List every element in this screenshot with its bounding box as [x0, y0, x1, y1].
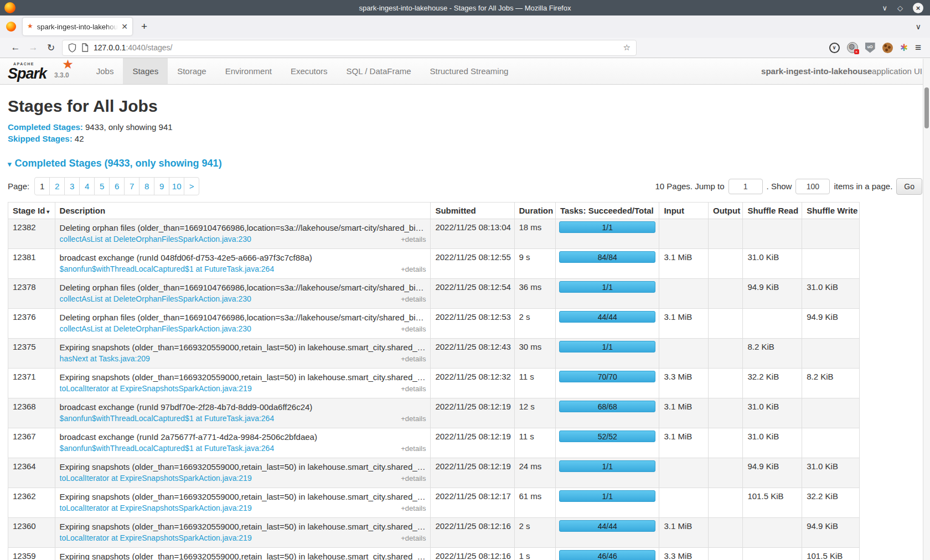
stage-row-12368: 12368broadcast exchange (runId 97bdf70e-…	[8, 398, 860, 428]
description-cell: Expiring snapshots (older_than=166932055…	[55, 339, 431, 369]
column-header-input[interactable]: Input	[659, 203, 709, 219]
reload-button[interactable]: ↻	[42, 42, 60, 54]
stage-detail-link[interactable]: hasNext at Tasks.java:209	[60, 353, 150, 364]
details-toggle[interactable]: +details	[395, 443, 426, 454]
details-toggle[interactable]: +details	[395, 533, 426, 544]
extension-icon[interactable]: ×	[847, 42, 858, 53]
close-window-button[interactable]: ×	[913, 3, 923, 13]
cookie-extension-icon[interactable]	[882, 43, 893, 53]
close-tab-icon[interactable]: ✕	[121, 22, 128, 31]
description-cell: Expiring snapshots (older_than=166932055…	[55, 548, 431, 560]
output-cell	[709, 369, 743, 398]
jump-to-page-input[interactable]	[728, 179, 763, 194]
page-button-5[interactable]: 5	[94, 177, 110, 195]
stage-detail-link[interactable]: $anonfun$withThreadLocalCaptured$1 at Fu…	[60, 413, 275, 424]
nav-item-sql-dataframe[interactable]: SQL / DataFrame	[337, 58, 421, 84]
column-header-output[interactable]: Output	[709, 203, 743, 219]
column-header-tasks-succeeded-total[interactable]: Tasks: Succeeded/Total	[556, 203, 659, 219]
site-info-icon[interactable]	[81, 43, 89, 52]
description-cell: broadcast exchange (runId 048fd06f-d753-…	[55, 249, 431, 279]
next-page-button[interactable]: >	[184, 177, 199, 195]
column-header-shuffle-read[interactable]: Shuffle Read	[743, 203, 802, 219]
page-button-6[interactable]: 6	[109, 177, 125, 195]
page-button-3[interactable]: 3	[64, 177, 80, 195]
list-all-tabs-icon[interactable]: ∨	[916, 22, 921, 31]
tasks-progress-bar: 1/1	[559, 490, 655, 502]
details-toggle[interactable]: +details	[395, 324, 426, 335]
stage-detail-link[interactable]: collectAsList at DeleteOrphanFilesSparkA…	[60, 234, 251, 245]
page-button-7[interactable]: 7	[124, 177, 140, 195]
description-cell: Expiring snapshots (older_than=166932055…	[55, 488, 431, 518]
column-header-shuffle-write[interactable]: Shuffle Write	[802, 203, 860, 219]
column-header-stage-id[interactable]: Stage Id ▾	[8, 203, 55, 219]
page-button-1[interactable]: 1	[34, 177, 50, 195]
page-button-10[interactable]: 10	[169, 177, 184, 195]
menu-hamburger-icon[interactable]: ≡	[915, 42, 921, 54]
column-header-submitted[interactable]: Submitted	[431, 203, 514, 219]
nav-item-stages[interactable]: Stages	[123, 58, 168, 84]
column-header-duration[interactable]: Duration	[514, 203, 556, 219]
spark-star-icon: ★	[62, 57, 74, 72]
page-button-8[interactable]: 8	[139, 177, 154, 195]
page-scrollbar[interactable]	[923, 59, 930, 560]
stage-detail-link[interactable]: toLocalIterator at ExpireSnapshotsSparkA…	[60, 502, 252, 514]
shield-permissions-icon[interactable]	[68, 43, 76, 53]
submitted-cell: 2022/11/25 08:12:55	[431, 249, 514, 279]
details-toggle[interactable]: +details	[395, 503, 426, 514]
go-button[interactable]: Go	[896, 178, 922, 195]
application-name: spark-ingest-into-lakehouse	[761, 66, 872, 76]
stage-detail-link[interactable]: toLocalIterator at ExpireSnapshotsSparkA…	[60, 383, 252, 394]
back-button[interactable]: ←	[7, 42, 24, 53]
browser-tab[interactable]: ★ spark-ingest-into-lakehous ✕	[23, 18, 132, 35]
completed-stages-section-header[interactable]: ▾Completed Stages (9433, only showing 94…	[8, 158, 922, 169]
submitted-cell: 2022/11/25 08:12:19	[431, 398, 514, 428]
details-toggle[interactable]: +details	[395, 264, 426, 275]
maximize-button[interactable]: ◇	[897, 4, 903, 12]
tab-bar: ★ spark-ingest-into-lakehous ✕ + ∨	[0, 15, 930, 38]
ublock-shield-icon[interactable]: uO	[865, 43, 875, 53]
input-cell	[659, 279, 709, 309]
description-cell: broadcast exchange (runId 2a75677f-a771-…	[55, 428, 431, 458]
stage-detail-link[interactable]: collectAsList at DeleteOrphanFilesSparkA…	[60, 323, 251, 334]
stage-detail-link[interactable]: $anonfun$withThreadLocalCaptured$1 at Fu…	[60, 443, 275, 454]
items-per-page-input[interactable]	[795, 179, 830, 194]
duration-cell: 30 ms	[514, 339, 556, 369]
page-button-4[interactable]: 4	[79, 177, 95, 195]
sync-asterisk-icon[interactable]: ✱	[900, 42, 908, 54]
scrollbar-thumb[interactable]	[924, 87, 929, 128]
forward-button[interactable]: →	[24, 42, 42, 53]
column-header-description[interactable]: Description	[55, 203, 431, 219]
shuffle-read-cell: 94.9 KiB	[743, 458, 802, 488]
details-toggle[interactable]: +details	[395, 294, 426, 305]
minimize-button[interactable]: ∨	[882, 4, 887, 12]
stages-table-body: 12382Deleting orphan files (older_than=1…	[8, 219, 860, 560]
pocket-icon[interactable]: ∨	[829, 43, 840, 53]
details-toggle[interactable]: +details	[395, 383, 426, 395]
stage-id-cell: 12367	[8, 428, 55, 458]
stage-detail-link[interactable]: $anonfun$withThreadLocalCaptured$1 at Fu…	[60, 263, 275, 274]
new-tab-button[interactable]: +	[141, 20, 147, 33]
page-button-2[interactable]: 2	[49, 177, 65, 195]
stage-id-cell: 12364	[8, 458, 55, 488]
details-toggle[interactable]: +details	[395, 354, 426, 365]
nav-item-environment[interactable]: Environment	[216, 58, 281, 84]
input-cell: 3.3 MiB	[659, 369, 709, 398]
stage-detail-link[interactable]: toLocalIterator at ExpireSnapshotsSparkA…	[60, 473, 252, 484]
description-cell: Deleting orphan files (older_than=166910…	[55, 219, 431, 249]
nav-item-executors[interactable]: Executors	[281, 58, 337, 84]
bookmark-star-icon[interactable]: ☆	[623, 43, 631, 53]
nav-item-jobs[interactable]: Jobs	[87, 58, 123, 84]
nav-item-structured-streaming[interactable]: Structured Streaming	[421, 58, 518, 84]
stage-detail-link[interactable]: collectAsList at DeleteOrphanFilesSparkA…	[60, 293, 251, 304]
stage-detail-link[interactable]: toLocalIterator at ExpireSnapshotsSparkA…	[60, 532, 252, 543]
nav-item-storage[interactable]: Storage	[168, 58, 216, 84]
spark-logo[interactable]: APACHE Spark ★ 3.3.0	[0, 58, 75, 84]
page-button-9[interactable]: 9	[154, 177, 169, 195]
details-toggle[interactable]: +details	[395, 413, 426, 424]
details-toggle[interactable]: +details	[395, 473, 426, 484]
page-button-group: 12345678910>	[35, 177, 199, 195]
url-bar[interactable]: 127.0.0.1:4040/stages/ ☆	[62, 40, 637, 56]
stage-id-cell: 12360	[8, 518, 55, 548]
description-cell: Deleting orphan files (older_than=166910…	[55, 279, 431, 309]
details-toggle[interactable]: +details	[395, 234, 426, 245]
